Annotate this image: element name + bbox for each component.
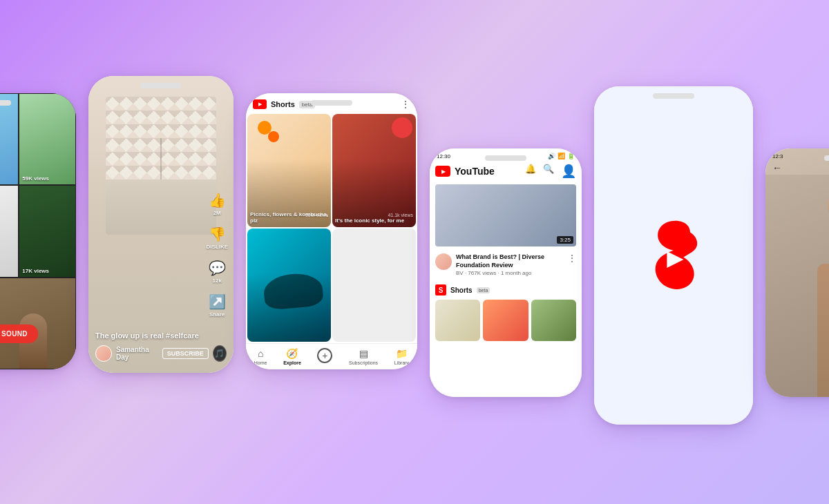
subscribe-button[interactable]: SUBSCRIBE (162, 348, 209, 359)
shorts-nav-home[interactable]: ⌂ Home (254, 348, 267, 365)
phones-container: 96K views 1.4M views 59K views 1.2M view… (0, 66, 829, 438)
dislike-action[interactable]: 👎 DISLIKE (206, 226, 228, 250)
search-icon[interactable]: 🔍 (543, 164, 554, 179)
like-icon: 👍 (209, 192, 226, 209)
br-status-bar: 12:3 📶 🔋 (765, 148, 829, 161)
library-label: Library (394, 360, 409, 365)
library-icon: 📁 (396, 348, 408, 359)
share-icon: ↗️ (209, 293, 226, 310)
shorts-more-icon[interactable]: ⋮ (401, 99, 410, 110)
shorts-card-empty (332, 229, 416, 342)
yt-time: 12:30 (437, 153, 450, 159)
yt-channel-avatar (435, 253, 452, 270)
yt-shorts-thumb-1[interactable] (435, 300, 480, 341)
tiktok-avatar (95, 345, 112, 362)
yt-video-sub-info: BV · 767K views · 1 month ago (456, 270, 564, 276)
phone-yt-shorts: Shorts beta ⋮ Picnics, flowers & kombuch… (246, 93, 417, 369)
br-video-content (765, 175, 829, 397)
grid-cell-man[interactable] (0, 278, 76, 369)
share-action[interactable]: ↗️ Share (209, 293, 226, 318)
yt-logo (435, 166, 450, 177)
yt-status-bar: 12:30 🔊 📶 🔋 (430, 148, 582, 161)
yt-shorts-label: Shorts (450, 287, 473, 294)
grid-cell-white[interactable]: 1.1M views (0, 185, 19, 277)
like-action[interactable]: 👍 2M (209, 192, 226, 216)
shirt-visual (106, 97, 216, 235)
account-icon[interactable]: 👤 (561, 164, 576, 179)
views-17k: 17K views (22, 268, 49, 274)
yt-shorts-logo-display (632, 214, 715, 297)
tiktok-user-row: Samantha Day SUBSCRIBE 🎵 (95, 345, 227, 362)
dislike-label: DISLIKE (206, 244, 228, 250)
caption-text: The glow up is real (95, 331, 164, 340)
explore-label: Explore (283, 360, 301, 365)
like-count: 2M (213, 210, 221, 216)
comment-action[interactable]: 💬 12k (209, 260, 226, 284)
yt-shorts-thumb-3[interactable] (531, 300, 576, 341)
dislike-icon: 👎 (209, 226, 226, 242)
shorts-nav-subscriptions[interactable]: ▤ Subscriptions (349, 348, 378, 365)
yt-wordmark: YouTube (455, 166, 495, 177)
wifi-icon: 📶 (558, 153, 565, 159)
shorts-beta-badge: beta (299, 101, 316, 108)
yt-video-title: What Brand is Best? | Diverse Foundation… (456, 253, 564, 269)
yt-shorts-main-logo (632, 214, 715, 297)
subscriptions-icon: ▤ (359, 348, 368, 359)
phone-center (594, 86, 753, 425)
phone-tiktok-grid: 96K views 1.4M views 59K views 1.2M view… (0, 93, 76, 369)
yt-shorts-row: S Shorts beta (430, 280, 582, 297)
phone-tiktok-video: 👍 2M 👎 DISLIKE 💬 12k ↗️ Share (88, 76, 234, 373)
yt-status-icons: 🔊 📶 🔋 (548, 153, 575, 159)
yt-shorts-beta: beta (477, 287, 490, 293)
br-back-button[interactable]: ← (772, 162, 782, 173)
br-time: 12:3 (772, 153, 783, 159)
tiktok-username: Samantha Day (116, 346, 155, 361)
yt-duration: 3:25 (557, 236, 573, 244)
subscriptions-label: Subscriptions (349, 360, 378, 365)
br-back-bar: ← ⋮ (765, 161, 829, 175)
shorts-nav-add[interactable]: + (317, 348, 332, 365)
phone-video-br: 12:3 📶 🔋 ← ⋮ (765, 148, 829, 397)
yt-video-info: What Brand is Best? | Diverse Foundation… (430, 249, 582, 280)
shorts-card-style[interactable]: It's the iconic style, for me 41.1k view… (332, 114, 416, 227)
yt-video-thumbnail[interactable]: 3:25 (435, 184, 576, 246)
yt-shorts-header: Shorts beta ⋮ (246, 93, 417, 113)
add-button[interactable]: + (317, 348, 332, 363)
yt-shorts-thumb-2[interactable] (483, 300, 528, 341)
use-sound-label: USE ThIS SOUND (0, 330, 28, 338)
svg-text:S: S (439, 287, 444, 294)
home-icon: ⌂ (258, 348, 263, 359)
yt-video-more-icon[interactable]: ⋮ (568, 253, 576, 263)
grid-cell-skate[interactable]: 1.4M views (0, 93, 19, 185)
home-label: Home (254, 360, 267, 365)
explore-icon: 🧭 (286, 348, 298, 359)
shorts-card-swim[interactable] (247, 229, 331, 342)
yt-shorts-icon: S (435, 284, 446, 295)
notification-icon[interactable]: 🔔 (525, 164, 536, 179)
phone-yt-main: 12:30 🔊 📶 🔋 YouTube 🔔 🔍 👤 3:25 (430, 148, 582, 397)
use-sound-button[interactable]: 📷 USE ThIS SOUND (0, 324, 39, 343)
battery-icon: 🔋 (567, 153, 575, 159)
caption-hashtag: #selfcare (166, 331, 199, 340)
shorts-title: Shorts (271, 100, 295, 108)
comment-icon: 💬 (209, 260, 226, 276)
shorts-card-picnic[interactable]: Picnics, flowers & kombucha, plz 50M vie… (247, 114, 331, 227)
yt-video-meta-block: What Brand is Best? | Diverse Foundation… (456, 253, 564, 276)
shorts-nav-explore[interactable]: 🧭 Explore (283, 348, 301, 365)
volume-icon: 🔊 (548, 153, 555, 159)
shorts-nav: ⌂ Home 🧭 Explore + ▤ Subscriptions 📁 Lib… (246, 343, 417, 369)
grid-cell-cake[interactable]: 17K views (19, 185, 76, 277)
views-59k: 59K views (22, 175, 49, 182)
comment-count: 12k (213, 278, 222, 284)
shorts-card-title-style: It's the iconic style, for me (335, 217, 413, 224)
yt-header-icons: 🔔 🔍 👤 (525, 164, 576, 179)
grid-cell-boy[interactable]: 59K views (19, 93, 76, 185)
shorts-grid: Picnics, flowers & kombucha, plz 50M vie… (246, 113, 417, 343)
tiktok-bottom: The glow up is real #selfcare Samantha D… (88, 331, 234, 362)
shorts-card-views-style: 41.1k views (388, 213, 413, 217)
yt-shorts-thumbs (430, 297, 582, 344)
br-person-figure (765, 175, 829, 397)
shorts-nav-library[interactable]: 📁 Library (394, 348, 409, 365)
yt-shorts-logo (253, 99, 267, 109)
share-label: Share (209, 311, 225, 318)
